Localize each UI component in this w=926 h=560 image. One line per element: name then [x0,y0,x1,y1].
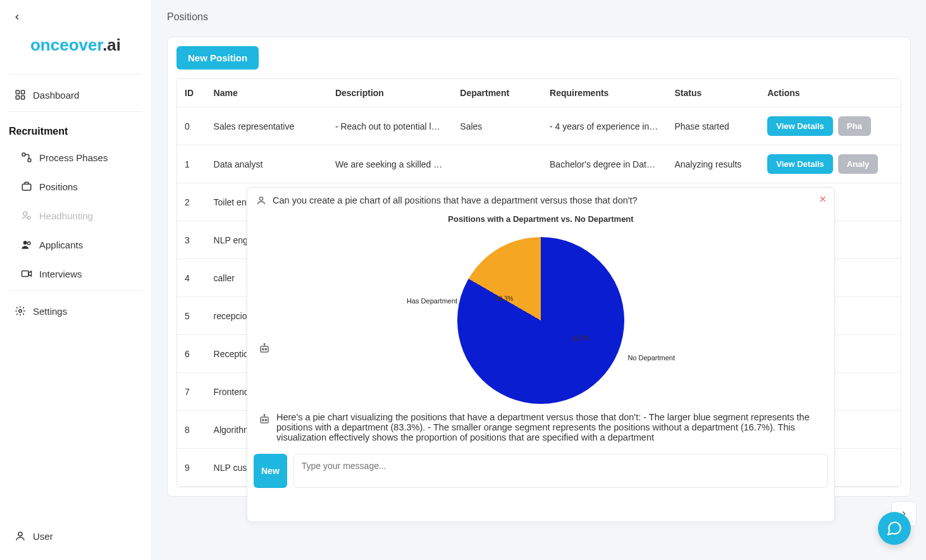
pie-label-has: Has Department [407,297,457,305]
pie-chart: Has Department No Department 83.3% 16.7% [247,229,834,412]
th-name: Name [206,79,328,107]
pie-pct-has: 83.3% [495,295,513,302]
cell-id: 9 [177,449,206,487]
sidebar-item-label: Process Phases [39,152,108,163]
th-description: Description [328,79,452,107]
svg-point-8 [28,217,31,220]
secondary-action-button[interactable]: Analy [838,154,878,174]
cell-status: Analyzing results [667,145,760,183]
sidebar-item-label: Dashboard [33,90,79,100]
th-requirements: Requirements [542,79,667,107]
svg-point-16 [262,348,264,350]
th-actions: Actions [760,79,901,107]
svg-point-18 [264,344,265,345]
svg-rect-5 [28,159,31,162]
svg-point-12 [19,310,22,313]
sidebar-item-label: Settings [33,306,67,317]
cell-dept: Sales [452,107,542,145]
th-status: Status [667,79,760,107]
logo-brand: onceover [30,35,102,54]
cell-desc: We are seeking a skilled … [328,145,452,183]
divider [9,111,142,112]
cell-id: 2 [177,183,206,221]
back-button[interactable] [9,11,142,23]
cell-dept [452,145,542,183]
svg-point-10 [28,242,31,245]
cell-name: Sales representative [206,107,328,145]
gear-icon [14,305,27,317]
table-row: 0Sales representative- Reach out to pote… [177,107,901,145]
svg-rect-19 [261,417,268,423]
view-details-button[interactable]: View Details [767,154,833,174]
table-row: 1Data analystWe are seeking a skilled …B… [177,145,901,183]
svg-rect-11 [22,271,29,277]
svg-rect-2 [16,96,19,99]
divider [9,290,142,291]
chat-input[interactable] [293,454,828,488]
svg-point-20 [262,419,264,420]
sidebar-item-positions[interactable]: Positions [15,174,142,199]
bot-icon [259,413,270,425]
pie-label-no: No Department [627,354,675,362]
svg-rect-15 [261,346,268,352]
new-chat-button[interactable]: New [254,454,287,488]
new-position-button[interactable]: New Position [176,46,259,70]
sidebar-item-interviews[interactable]: Interviews [15,261,142,286]
user-icon [256,195,266,205]
close-icon[interactable]: ✕ [819,194,827,204]
cell-actions: View DetailsPha [760,107,901,145]
sidebar-item-label: User [33,531,53,542]
cell-id: 1 [177,145,206,183]
chart-title: Positions with a Department vs. No Depar… [247,214,834,224]
svg-point-7 [23,212,27,216]
svg-point-22 [264,415,265,416]
cell-req: Bachelor's degree in Data… [542,145,667,183]
sidebar-item-settings[interactable]: Settings [9,298,142,324]
th-department: Department [452,79,542,107]
cell-actions: View DetailsAnaly [760,145,901,183]
sidebar-item-applicants[interactable]: Applicants [15,232,142,257]
target-icon [20,209,33,222]
cell-id: 5 [177,297,206,335]
users-icon [20,238,33,251]
cell-id: 0 [177,107,206,145]
svg-point-17 [265,348,266,350]
sidebar-item-label: Applicants [39,240,83,250]
view-details-button[interactable]: View Details [767,116,833,136]
svg-rect-0 [16,90,19,94]
bot-icon [259,343,270,354]
svg-point-13 [18,532,22,536]
svg-rect-3 [22,96,25,99]
logo-suffix: .ai [102,35,121,54]
chat-input-row: New [247,447,834,494]
sidebar: onceover.ai Dashboard Recruitment Proces… [0,0,152,560]
flow-icon [20,151,33,164]
video-icon [20,267,33,280]
cell-desc: - Reach out to potential le… [328,107,452,145]
chat-question-text: Can you create a pie chart of all positi… [273,195,638,205]
secondary-action-button[interactable]: Pha [838,116,871,136]
cell-name: Data analyst [206,145,328,183]
sidebar-item-label: Positions [39,181,78,192]
pie-graphic: Has Department No Department 83.3% 16.7% [457,237,624,404]
page-title: Positions [167,11,911,23]
svg-rect-6 [22,184,31,190]
chat-fab[interactable] [878,512,911,545]
sidebar-item-headhunting: Headhunting [15,203,142,228]
sidebar-item-process-phases[interactable]: Process Phases [15,145,142,170]
cell-id: 6 [177,335,206,373]
cell-req: - 4 years of experience in … [542,107,667,145]
th-id: ID [177,79,206,107]
cell-id: 3 [177,221,206,259]
cell-id: 8 [177,411,206,449]
grid-icon [14,88,27,101]
sidebar-item-user[interactable]: User [9,523,142,549]
svg-point-9 [23,241,27,245]
svg-point-21 [265,419,266,420]
sidebar-section-title: Recruitment [9,119,142,145]
svg-rect-1 [22,90,25,94]
briefcase-icon [20,180,33,193]
svg-rect-4 [22,153,25,156]
sidebar-item-dashboard[interactable]: Dashboard [9,82,142,107]
sidebar-item-label: Headhunting [39,210,93,221]
